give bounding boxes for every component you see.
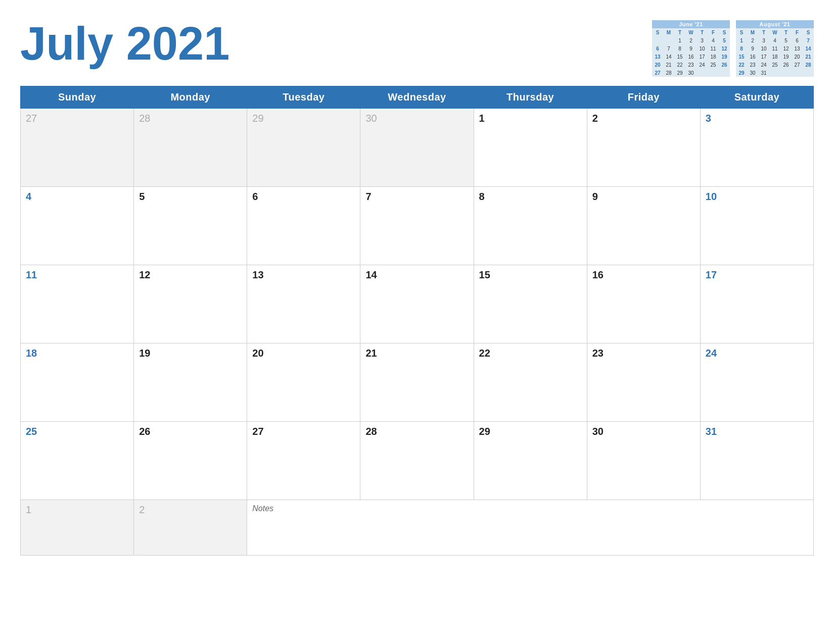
day-number: 9 bbox=[592, 191, 598, 202]
calendar-day-cell[interactable]: 28 bbox=[360, 422, 474, 500]
calendar-week-3: 11121314151617 bbox=[21, 265, 814, 343]
day-number: 15 bbox=[479, 269, 490, 280]
calendar-day-cell[interactable]: 13 bbox=[247, 265, 360, 343]
calendar-day-cell[interactable]: 1 bbox=[474, 109, 587, 187]
day-number: 27 bbox=[26, 113, 37, 124]
calendar-week-2: 45678910 bbox=[21, 187, 814, 265]
calendar-week-1: 27282930123 bbox=[21, 109, 814, 187]
calendar-day-cell[interactable]: 8 bbox=[474, 187, 587, 265]
day-number: 17 bbox=[706, 269, 717, 280]
day-number: 29 bbox=[252, 113, 263, 124]
day-number: 8 bbox=[479, 191, 485, 202]
calendar-day-cell[interactable]: 4 bbox=[21, 187, 134, 265]
day-number: 28 bbox=[365, 426, 377, 437]
calendar-day-cell[interactable]: 28 bbox=[134, 109, 247, 187]
day-number: 25 bbox=[26, 426, 37, 437]
day-number: 30 bbox=[365, 113, 377, 124]
calendar-day-cell[interactable]: 30 bbox=[360, 109, 474, 187]
weekday-friday: Friday bbox=[587, 86, 700, 109]
day-number: 2 bbox=[592, 113, 598, 124]
calendar-day-cell[interactable]: 21 bbox=[360, 343, 474, 422]
calendar-day-cell[interactable]: 17 bbox=[700, 265, 813, 343]
day-number: 7 bbox=[365, 191, 371, 202]
day-number: 14 bbox=[365, 269, 377, 280]
calendar-day-cell[interactable]: 19 bbox=[134, 343, 247, 422]
day-number: 18 bbox=[26, 348, 37, 359]
calendar-day-cell[interactable]: 25 bbox=[21, 422, 134, 500]
day-number: 1 bbox=[26, 504, 31, 515]
day-number: 28 bbox=[139, 113, 150, 124]
day-number: 4 bbox=[26, 191, 31, 202]
calendar-day-cell[interactable]: 15 bbox=[474, 265, 587, 343]
calendar-day-cell[interactable]: 30 bbox=[587, 422, 700, 500]
calendar-day-cell[interactable]: 27 bbox=[21, 109, 134, 187]
calendar-day-cell[interactable]: 9 bbox=[587, 187, 700, 265]
weekday-header-row: SundayMondayTuesdayWednesdayThursdayFrid… bbox=[21, 86, 814, 109]
day-number: 6 bbox=[252, 191, 258, 202]
calendar-day-cell[interactable]: 31 bbox=[700, 422, 813, 500]
day-number: 29 bbox=[479, 426, 490, 437]
day-number: 13 bbox=[252, 269, 263, 280]
calendar-day-cell[interactable]: 2 bbox=[134, 500, 247, 556]
calendar-day-cell[interactable]: 3 bbox=[700, 109, 813, 187]
calendar-day-cell[interactable]: 14 bbox=[360, 265, 474, 343]
calendar-day-cell[interactable]: 11 bbox=[21, 265, 134, 343]
calendar-day-cell[interactable]: 29 bbox=[247, 109, 360, 187]
day-number: 27 bbox=[252, 426, 263, 437]
day-number: 26 bbox=[139, 426, 150, 437]
day-number: 10 bbox=[706, 191, 717, 202]
day-number: 22 bbox=[479, 348, 490, 359]
notes-label: Notes bbox=[252, 504, 273, 513]
day-number: 12 bbox=[139, 269, 150, 280]
weekday-saturday: Saturday bbox=[700, 86, 813, 109]
calendar-day-cell[interactable]: 26 bbox=[134, 422, 247, 500]
weekday-wednesday: Wednesday bbox=[360, 86, 474, 109]
calendar-day-cell[interactable]: 2 bbox=[587, 109, 700, 187]
day-number: 23 bbox=[592, 348, 604, 359]
mini-calendars-container: June '21SMTWTFS1234567891011121314151617… bbox=[652, 20, 814, 77]
day-number: 19 bbox=[139, 348, 150, 359]
mini-cal-1: August '21SMTWTFS12345678910111213141516… bbox=[736, 20, 814, 77]
day-number: 16 bbox=[592, 269, 604, 280]
mini-cal-title-1: August '21 bbox=[736, 20, 814, 28]
calendar-day-cell[interactable]: 16 bbox=[587, 265, 700, 343]
day-number: 11 bbox=[26, 269, 37, 280]
day-number: 21 bbox=[365, 348, 377, 359]
calendar-day-cell[interactable]: 29 bbox=[474, 422, 587, 500]
calendar-day-cell[interactable]: 22 bbox=[474, 343, 587, 422]
day-number: 2 bbox=[139, 504, 145, 515]
weekday-sunday: Sunday bbox=[21, 86, 134, 109]
calendar-week-5: 25262728293031 bbox=[21, 422, 814, 500]
weekday-monday: Monday bbox=[134, 86, 247, 109]
day-number: 5 bbox=[139, 191, 145, 202]
calendar-day-cell[interactable]: 20 bbox=[247, 343, 360, 422]
day-number: 30 bbox=[592, 426, 604, 437]
calendar-day-cell[interactable]: 10 bbox=[700, 187, 813, 265]
notes-cell[interactable]: Notes bbox=[247, 500, 814, 556]
calendar-day-cell[interactable]: 1 bbox=[21, 500, 134, 556]
calendar-week-4: 18192021222324 bbox=[21, 343, 814, 422]
day-number: 3 bbox=[706, 113, 711, 124]
day-number: 20 bbox=[252, 348, 263, 359]
calendar-header: July 2021 June '21SMTWTFS123456789101112… bbox=[20, 15, 814, 77]
calendar-day-cell[interactable]: 12 bbox=[134, 265, 247, 343]
calendar-day-cell[interactable]: 18 bbox=[21, 343, 134, 422]
day-number: 24 bbox=[706, 348, 717, 359]
calendar-day-cell[interactable]: 27 bbox=[247, 422, 360, 500]
calendar-day-cell[interactable]: 24 bbox=[700, 343, 813, 422]
calendar-day-cell[interactable]: 6 bbox=[247, 187, 360, 265]
day-number: 1 bbox=[479, 113, 485, 124]
weekday-thursday: Thursday bbox=[474, 86, 587, 109]
calendar-day-cell[interactable]: 23 bbox=[587, 343, 700, 422]
mini-cal-title-0: June '21 bbox=[652, 20, 730, 28]
month-title: July 2021 bbox=[20, 15, 229, 67]
day-number: 31 bbox=[706, 426, 717, 437]
notes-row: 12Notes bbox=[21, 500, 814, 556]
main-calendar: SundayMondayTuesdayWednesdayThursdayFrid… bbox=[20, 86, 814, 556]
calendar-day-cell[interactable]: 7 bbox=[360, 187, 474, 265]
mini-cal-0: June '21SMTWTFS1234567891011121314151617… bbox=[652, 20, 730, 77]
weekday-tuesday: Tuesday bbox=[247, 86, 360, 109]
calendar-day-cell[interactable]: 5 bbox=[134, 187, 247, 265]
